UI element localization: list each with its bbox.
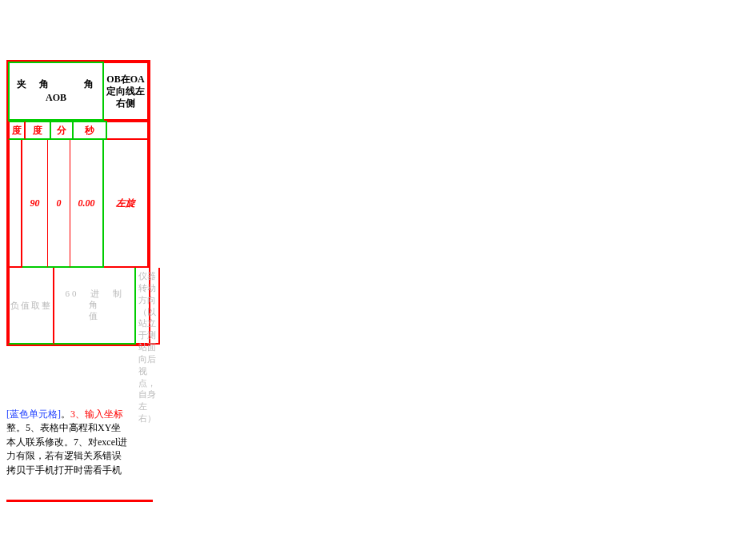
description-row: 负值取整 60 进 制 角 值 仪器转动方向（以站立于测站面向后视点，自身左右） [8,268,149,345]
subheader-fen: 分 [51,121,74,140]
note-blue-cell: [蓝色单元格] [6,408,61,420]
note-l1-tail: 。 [61,408,70,420]
header-aob-label: AOB [46,92,66,104]
subheader-miao: 秒 [74,121,107,140]
header-ob-side: OB在OA定向线左右侧 [104,62,149,121]
subheader-row: 度 度 分 秒 [8,121,149,140]
subheader-du: 度 [26,121,51,140]
note-line-3: 本人联系修改。7、对excel进 [6,436,127,448]
data-fen-value: 0 [48,140,70,268]
desc-negative-round-text: 负值取整 [10,300,52,311]
data-row: 90 0 0.00 左旋 [8,140,149,268]
note-line-2: 整。5、表格中高程和XY坐 [6,422,121,433]
desc-sexagesimal: 60 进 制 角 值 [54,268,136,345]
header-row: 夹 角 角 AOB OB在OA定向线左右侧 [8,62,149,121]
header-angle-aob: 夹 角 角 AOB [8,62,104,121]
data-miao-value: 0.00 [70,140,104,268]
desc-rotation-direction: 仪器转动方向（以站立于测站面向后视点，自身左右） [136,268,160,345]
note-line-4: 力有限，若有逻辑关系错误 [6,450,122,461]
desc-sexagesimal-bottom: 值 [89,311,100,322]
note-3-red: 3、输入坐标 [70,408,123,420]
desc-negative-round: 负值取整 [8,268,54,345]
data-du-value: 90 [22,140,48,268]
subheader-du-outer: 度 [8,121,26,140]
note-line-5: 拷贝于手机打开时需看手机 [6,464,122,476]
subheader-side-blank [107,121,149,140]
header-angle-label: 夹 角 角 [17,78,95,90]
desc-sexagesimal-top: 60 进 制 角 [57,289,132,311]
bottom-red-rule [6,500,153,502]
data-du-outer [8,140,22,268]
angle-table: 夹 角 角 AOB OB在OA定向线左右侧 度 度 分 秒 90 0 0.00 … [6,60,150,346]
notes-block: [蓝色单元格]。3、输入坐标 整。5、表格中高程和XY坐 本人联系修改。7、对e… [6,408,147,477]
data-side-value: 左旋 [104,140,149,268]
